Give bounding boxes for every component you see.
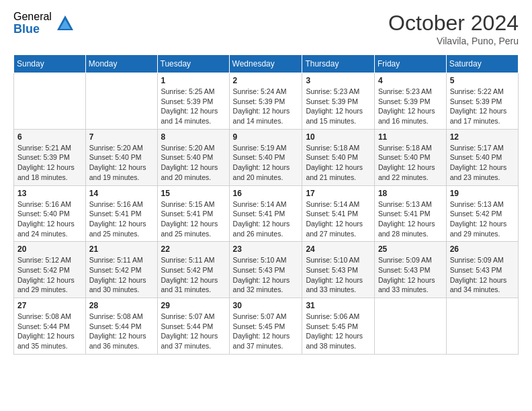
day-number: 2	[233, 76, 299, 85]
day-number: 28	[89, 301, 154, 310]
header-wednesday: Wednesday	[229, 55, 302, 73]
calendar-cell: 7Sunrise: 5:20 AM Sunset: 5:40 PM Daylig…	[85, 129, 157, 185]
calendar-cell: 26Sunrise: 5:09 AM Sunset: 5:43 PM Dayli…	[446, 242, 518, 298]
calendar-cell	[85, 73, 157, 130]
day-number: 26	[450, 244, 515, 254]
day-info: Sunrise: 5:13 AM Sunset: 5:42 PM Dayligh…	[450, 199, 515, 239]
day-info: Sunrise: 5:20 AM Sunset: 5:40 PM Dayligh…	[89, 143, 154, 183]
day-info: Sunrise: 5:17 AM Sunset: 5:40 PM Dayligh…	[450, 143, 515, 183]
day-number: 16	[233, 189, 299, 198]
day-info: Sunrise: 5:09 AM Sunset: 5:43 PM Dayligh…	[450, 255, 515, 295]
day-info: Sunrise: 5:07 AM Sunset: 5:45 PM Dayligh…	[233, 312, 299, 351]
day-number: 27	[17, 301, 82, 310]
day-number: 15	[161, 189, 226, 198]
calendar-cell: 14Sunrise: 5:16 AM Sunset: 5:41 PM Dayli…	[85, 185, 157, 242]
calendar-cell	[374, 298, 446, 355]
logo-blue: Blue	[13, 23, 52, 36]
day-info: Sunrise: 5:18 AM Sunset: 5:40 PM Dayligh…	[378, 143, 443, 183]
day-info: Sunrise: 5:23 AM Sunset: 5:39 PM Dayligh…	[378, 87, 443, 126]
calendar-cell: 17Sunrise: 5:14 AM Sunset: 5:41 PM Dayli…	[302, 185, 375, 242]
day-info: Sunrise: 5:16 AM Sunset: 5:40 PM Dayligh…	[17, 199, 82, 239]
day-info: Sunrise: 5:06 AM Sunset: 5:45 PM Dayligh…	[306, 312, 371, 351]
day-number: 6	[17, 132, 82, 142]
calendar-cell: 8Sunrise: 5:20 AM Sunset: 5:40 PM Daylig…	[157, 129, 229, 185]
day-number: 12	[450, 132, 515, 142]
calendar-cell: 22Sunrise: 5:11 AM Sunset: 5:42 PM Dayli…	[157, 242, 229, 298]
day-info: Sunrise: 5:11 AM Sunset: 5:42 PM Dayligh…	[89, 255, 154, 295]
calendar-cell: 29Sunrise: 5:07 AM Sunset: 5:44 PM Dayli…	[157, 298, 229, 355]
calendar-cell: 15Sunrise: 5:15 AM Sunset: 5:41 PM Dayli…	[157, 185, 229, 242]
day-number: 30	[233, 301, 299, 310]
logo-text: General Blue	[13, 11, 52, 36]
day-number: 23	[233, 244, 299, 254]
day-info: Sunrise: 5:10 AM Sunset: 5:43 PM Dayligh…	[233, 255, 299, 295]
day-info: Sunrise: 5:13 AM Sunset: 5:41 PM Dayligh…	[378, 199, 443, 239]
logo-general: General	[13, 11, 52, 23]
calendar-cell: 24Sunrise: 5:10 AM Sunset: 5:43 PM Dayli…	[302, 242, 375, 298]
day-number: 1	[161, 76, 226, 85]
day-info: Sunrise: 5:09 AM Sunset: 5:43 PM Dayligh…	[378, 255, 443, 295]
calendar-cell	[446, 298, 518, 355]
location: Vilavila, Puno, Peru	[388, 36, 519, 46]
day-number: 31	[306, 301, 371, 310]
day-number: 21	[89, 244, 154, 254]
calendar-cell: 28Sunrise: 5:08 AM Sunset: 5:44 PM Dayli…	[85, 298, 157, 355]
calendar-cell: 10Sunrise: 5:18 AM Sunset: 5:40 PM Dayli…	[302, 129, 375, 185]
header-thursday: Thursday	[302, 55, 375, 73]
day-number: 18	[378, 189, 443, 198]
calendar-cell	[14, 73, 86, 130]
day-info: Sunrise: 5:23 AM Sunset: 5:39 PM Dayligh…	[306, 87, 371, 126]
day-number: 4	[378, 76, 443, 85]
header-sunday: Sunday	[14, 55, 86, 73]
calendar-table: Sunday Monday Tuesday Wednesday Thursday…	[13, 54, 519, 355]
day-info: Sunrise: 5:24 AM Sunset: 5:39 PM Dayligh…	[233, 87, 299, 126]
calendar-cell: 25Sunrise: 5:09 AM Sunset: 5:43 PM Dayli…	[374, 242, 446, 298]
calendar-cell: 12Sunrise: 5:17 AM Sunset: 5:40 PM Dayli…	[446, 129, 518, 185]
calendar-cell: 19Sunrise: 5:13 AM Sunset: 5:42 PM Dayli…	[446, 185, 518, 242]
day-number: 14	[89, 189, 154, 198]
calendar-cell: 18Sunrise: 5:13 AM Sunset: 5:41 PM Dayli…	[374, 185, 446, 242]
day-info: Sunrise: 5:11 AM Sunset: 5:42 PM Dayligh…	[161, 255, 226, 295]
header-saturday: Saturday	[446, 55, 518, 73]
header-monday: Monday	[85, 55, 157, 73]
day-info: Sunrise: 5:08 AM Sunset: 5:44 PM Dayligh…	[89, 312, 154, 351]
day-info: Sunrise: 5:25 AM Sunset: 5:39 PM Dayligh…	[161, 87, 226, 126]
week-row-2: 6Sunrise: 5:21 AM Sunset: 5:39 PM Daylig…	[14, 129, 519, 185]
calendar-cell: 4Sunrise: 5:23 AM Sunset: 5:39 PM Daylig…	[374, 73, 446, 130]
calendar-cell: 20Sunrise: 5:12 AM Sunset: 5:42 PM Dayli…	[14, 242, 86, 298]
day-number: 13	[17, 189, 82, 198]
day-number: 29	[161, 301, 226, 310]
calendar-cell: 21Sunrise: 5:11 AM Sunset: 5:42 PM Dayli…	[85, 242, 157, 298]
day-info: Sunrise: 5:07 AM Sunset: 5:44 PM Dayligh…	[161, 312, 226, 351]
calendar-cell: 9Sunrise: 5:19 AM Sunset: 5:40 PM Daylig…	[229, 129, 302, 185]
calendar-cell: 30Sunrise: 5:07 AM Sunset: 5:45 PM Dayli…	[229, 298, 302, 355]
calendar-cell: 3Sunrise: 5:23 AM Sunset: 5:39 PM Daylig…	[302, 73, 375, 130]
weekday-header-row: Sunday Monday Tuesday Wednesday Thursday…	[14, 55, 519, 73]
day-number: 25	[378, 244, 443, 254]
day-info: Sunrise: 5:20 AM Sunset: 5:40 PM Dayligh…	[161, 143, 226, 183]
calendar-cell: 23Sunrise: 5:10 AM Sunset: 5:43 PM Dayli…	[229, 242, 302, 298]
page: General Blue October 2024 Vilavila, Puno…	[0, 0, 532, 411]
title-block: October 2024 Vilavila, Puno, Peru	[388, 11, 519, 46]
day-number: 9	[233, 132, 299, 142]
week-row-1: 1Sunrise: 5:25 AM Sunset: 5:39 PM Daylig…	[14, 73, 519, 130]
logo: General Blue	[13, 11, 75, 36]
day-number: 3	[306, 76, 371, 85]
calendar-cell: 13Sunrise: 5:16 AM Sunset: 5:40 PM Dayli…	[14, 185, 86, 242]
day-info: Sunrise: 5:22 AM Sunset: 5:39 PM Dayligh…	[450, 87, 515, 126]
calendar-cell: 1Sunrise: 5:25 AM Sunset: 5:39 PM Daylig…	[157, 73, 229, 130]
month-title: October 2024	[388, 11, 519, 36]
calendar-cell: 31Sunrise: 5:06 AM Sunset: 5:45 PM Dayli…	[302, 298, 375, 355]
calendar-cell: 2Sunrise: 5:24 AM Sunset: 5:39 PM Daylig…	[229, 73, 302, 130]
calendar-cell: 11Sunrise: 5:18 AM Sunset: 5:40 PM Dayli…	[374, 129, 446, 185]
calendar-cell: 27Sunrise: 5:08 AM Sunset: 5:44 PM Dayli…	[14, 298, 86, 355]
week-row-4: 20Sunrise: 5:12 AM Sunset: 5:42 PM Dayli…	[14, 242, 519, 298]
day-number: 19	[450, 189, 515, 198]
day-info: Sunrise: 5:15 AM Sunset: 5:41 PM Dayligh…	[161, 199, 226, 239]
week-row-5: 27Sunrise: 5:08 AM Sunset: 5:44 PM Dayli…	[14, 298, 519, 355]
day-number: 8	[161, 132, 226, 142]
day-info: Sunrise: 5:18 AM Sunset: 5:40 PM Dayligh…	[306, 143, 371, 183]
day-number: 22	[161, 244, 226, 254]
day-number: 24	[306, 244, 371, 254]
day-number: 10	[306, 132, 371, 142]
